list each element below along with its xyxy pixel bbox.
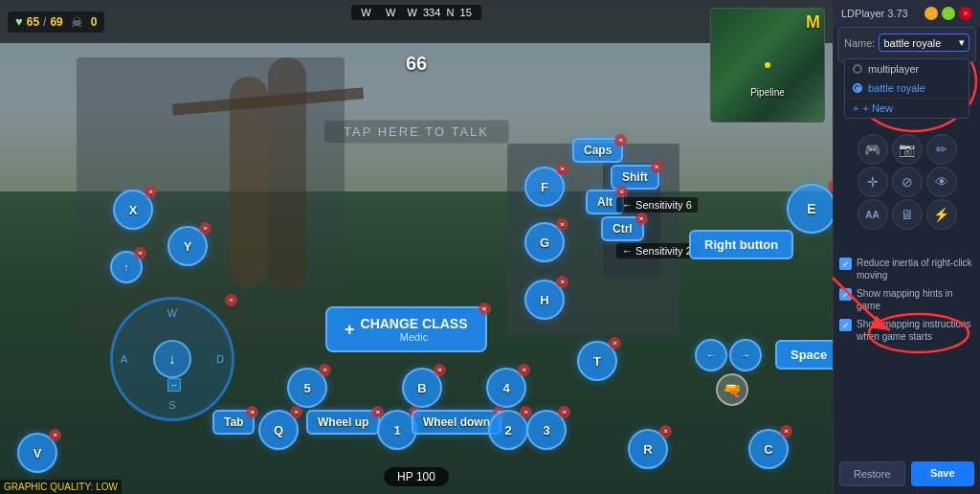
toolbar-btn-gamepad[interactable]: 🎮 xyxy=(858,134,888,165)
chevron-down-icon: ▾ xyxy=(959,36,965,49)
joystick-label-s: S xyxy=(168,399,175,411)
key-h[interactable]: H × xyxy=(524,280,565,320)
checkbox-row-2: ✓ Show mapping hints in game xyxy=(839,287,974,312)
key-g-close[interactable]: × xyxy=(556,218,568,231)
toolbar-btn-eye[interactable]: 👁 xyxy=(926,167,957,197)
tap-to-talk[interactable]: TAP HERE TO TALK xyxy=(323,120,509,144)
key-shift-close[interactable]: × xyxy=(651,161,663,173)
key-5[interactable]: 5 × xyxy=(287,368,327,408)
dropdown-label-multiplayer: multiplayer xyxy=(868,63,919,75)
bottom-buttons: Restore Save xyxy=(839,461,974,486)
checkbox-3[interactable]: ✓ xyxy=(839,319,852,331)
dropdown-item-multiplayer[interactable]: multiplayer xyxy=(845,59,969,79)
key-e[interactable]: E × xyxy=(787,184,833,234)
key-g[interactable]: G × xyxy=(524,222,565,262)
change-class-subtitle: Medic xyxy=(361,331,468,343)
compass-area: W W W 334 N 15 xyxy=(351,5,481,20)
key-5-close[interactable]: × xyxy=(319,364,331,376)
health-icon: ♥ xyxy=(15,14,23,29)
joystick-resize: ↔ xyxy=(167,378,181,392)
key-v-close[interactable]: × xyxy=(49,429,61,441)
checkbox-row-3: ✓ Show mapping instructions when game st… xyxy=(839,318,974,343)
window-controls: − □ × xyxy=(924,7,972,20)
toolbar-btn-crosshair[interactable]: ✛ xyxy=(858,167,888,197)
key-c[interactable]: C × xyxy=(748,429,789,469)
key-4[interactable]: 4 × xyxy=(486,368,526,408)
key-c-close[interactable]: × xyxy=(780,425,792,438)
key-2[interactable]: 2 × xyxy=(488,410,528,450)
app-title: LDPlayer 3.73 xyxy=(841,8,924,19)
compass-value: 334 xyxy=(423,7,440,18)
space-button[interactable]: Space × xyxy=(775,340,833,370)
health-max: 69 xyxy=(50,15,62,29)
key-b[interactable]: B × xyxy=(402,368,442,408)
title-bar: LDPlayer 3.73 − □ × xyxy=(834,0,980,27)
key-ctrl-close[interactable]: × xyxy=(635,213,648,225)
key-f-close[interactable]: × xyxy=(556,163,568,175)
checkbox-1[interactable]: ✓ xyxy=(839,258,852,270)
dropdown-item-battle-royale[interactable]: battle royale xyxy=(845,79,969,98)
change-class-title: CHANGE CLASS xyxy=(361,316,468,331)
game-area: ♥ 65 / 69 ☠ 0 W W W 334 N 15 66 TAP HERE… xyxy=(0,0,833,494)
key-arrow-up-close[interactable]: × xyxy=(134,247,146,259)
dropdown-new-button[interactable]: + + New xyxy=(845,98,969,118)
joystick-label-d: D xyxy=(216,353,224,365)
mini-map-location: Pipeline xyxy=(750,87,785,98)
name-select[interactable]: battle royale ▾ xyxy=(879,34,969,52)
radio-multiplayer xyxy=(853,64,862,74)
key-t[interactable]: T × xyxy=(577,341,617,381)
key-ctrl[interactable]: Ctrl × xyxy=(601,216,644,241)
maximize-button[interactable]: □ xyxy=(942,7,955,20)
skull-icon: ☠ xyxy=(71,14,83,30)
checkbox-2[interactable]: ✓ xyxy=(839,288,852,301)
altitude: 66 xyxy=(406,53,427,75)
change-class-button[interactable]: + CHANGE CLASS Medic × xyxy=(325,306,487,352)
checkbox-label-3: Show mapping instructions when game star… xyxy=(857,318,974,343)
toolbar-btn-lightning[interactable]: ⚡ xyxy=(926,199,957,230)
key-b-close[interactable]: × xyxy=(434,364,446,376)
joystick-label-a: A xyxy=(121,353,127,365)
save-button[interactable]: Save xyxy=(911,461,975,486)
key-q-close[interactable]: × xyxy=(290,406,302,418)
toolbar-btn-monitor[interactable]: 🖥 xyxy=(892,199,923,230)
key-arrow-right[interactable]: → xyxy=(729,339,762,371)
key-f[interactable]: F × xyxy=(524,167,565,207)
graphic-quality: GRAPHIC QUALITY: LOW xyxy=(0,480,122,494)
key-v[interactable]: V × xyxy=(17,433,57,473)
key-arrow-left[interactable]: ← xyxy=(695,339,727,371)
joystick-close[interactable]: × xyxy=(225,294,237,306)
checkbox-label-1: Reduce inertia of right-click moving xyxy=(857,257,974,281)
key-q[interactable]: Q × xyxy=(258,410,299,450)
key-h-close[interactable]: × xyxy=(556,276,568,288)
close-button[interactable]: × xyxy=(959,7,972,20)
icon-row-2: ✛ ⊘ 👁 xyxy=(839,167,974,197)
key-tab[interactable]: Tab × xyxy=(212,410,255,435)
change-class-close[interactable]: × xyxy=(479,303,491,315)
right-button[interactable]: Right button xyxy=(689,230,793,259)
joystick-center: ↓ xyxy=(153,340,191,378)
toolbar-btn-ban[interactable]: ⊘ xyxy=(892,167,923,197)
minimize-button[interactable]: − xyxy=(924,7,938,20)
toolbar-btn-aa[interactable]: AA xyxy=(858,199,888,230)
key-wheel-up[interactable]: Wheel up × xyxy=(306,410,380,435)
key-4-close[interactable]: × xyxy=(518,364,530,376)
knife-icon[interactable]: 🔫 xyxy=(716,373,748,406)
radio-battle-royale xyxy=(853,83,862,93)
key-x[interactable]: X × xyxy=(113,190,153,230)
key-arrow-up[interactable]: ↑ × xyxy=(110,251,143,283)
toolbar-btn-camera[interactable]: 📷 xyxy=(892,134,923,165)
toolbar-btn-pencil[interactable]: ✏ xyxy=(926,134,957,165)
key-y-close[interactable]: × xyxy=(199,222,212,235)
key-3[interactable]: 3 × xyxy=(526,410,567,450)
key-r[interactable]: R × xyxy=(628,429,668,469)
key-x-close[interactable]: × xyxy=(145,186,157,198)
key-t-close[interactable]: × xyxy=(609,337,621,349)
key-r-close[interactable]: × xyxy=(659,425,672,438)
player-position-dot xyxy=(765,62,770,68)
joystick[interactable]: W S A D ↓ × xyxy=(110,297,234,421)
change-class-icon: + xyxy=(345,320,355,340)
key-caps[interactable]: Caps × xyxy=(572,138,623,163)
restore-button[interactable]: Restore xyxy=(839,461,905,486)
key-y[interactable]: Y × xyxy=(167,226,208,266)
key-3-close[interactable]: × xyxy=(558,406,570,418)
